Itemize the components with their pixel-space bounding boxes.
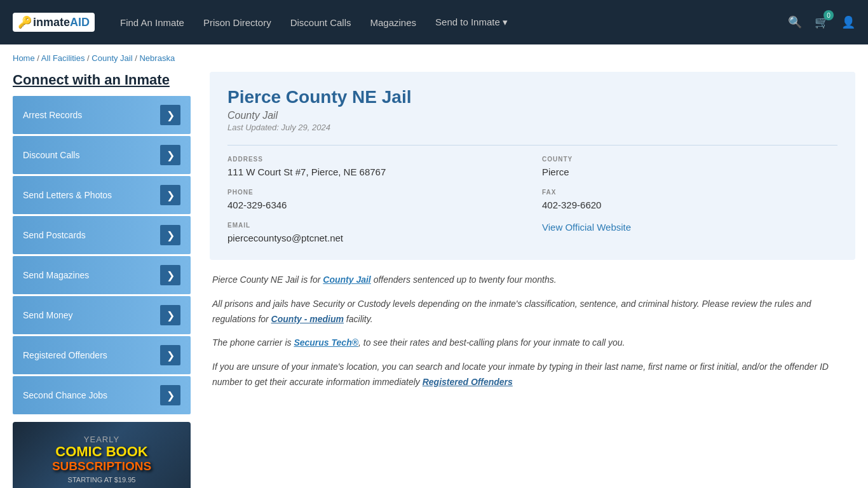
county-jail-link[interactable]: County Jail	[323, 274, 370, 285]
sidebar-item-send-money[interactable]: Send Money ❯	[13, 296, 191, 334]
ad-comic-label: COMIC BOOK	[55, 444, 147, 459]
address-block: ADDRESS 111 W Court St #7, Pierce, NE 68…	[227, 156, 523, 179]
nav-find-an-inmate[interactable]: Find An Inmate	[120, 17, 184, 28]
facility-name: Pierce County NE Jail	[227, 87, 837, 107]
cart-badge: 0	[824, 10, 834, 20]
breadcrumb: Home / All Facilities / County Jail / Ne…	[0, 44, 868, 72]
sidebar-item-send-magazines[interactable]: Send Magazines ❯	[13, 256, 191, 294]
breadcrumb-home[interactable]: Home	[13, 53, 35, 63]
phone-block: PHONE 402-329-6346	[227, 189, 523, 212]
content-area: Pierce County NE Jail County Jail Last U…	[210, 72, 855, 488]
website-link[interactable]: View Official Website	[542, 222, 631, 233]
sidebar: Connect with an Inmate Arrest Records ❯ …	[13, 72, 191, 488]
breadcrumb-nebraska[interactable]: Nebraska	[139, 53, 175, 63]
nav-discount-calls[interactable]: Discount Calls	[290, 17, 351, 28]
sidebar-item-arrest-records[interactable]: Arrest Records ❯	[13, 96, 191, 134]
desc-para1: Pierce County NE Jail is for County Jail…	[212, 273, 853, 288]
sidebar-arrow-1: ❯	[160, 145, 180, 165]
sidebar-arrow-2: ❯	[160, 185, 180, 205]
county-value: Pierce	[542, 165, 837, 179]
breadcrumb-county-jail[interactable]: County Jail	[92, 53, 132, 63]
sidebar-menu: Arrest Records ❯ Discount Calls ❯ Send L…	[13, 96, 191, 414]
sidebar-arrow-4: ❯	[160, 265, 180, 285]
user-icon[interactable]: 👤	[841, 15, 855, 29]
email-label: EMAIL	[227, 222, 523, 229]
county-label: COUNTY	[542, 156, 837, 163]
logo-icon: 🔑	[18, 15, 32, 29]
address-value: 111 W Court St #7, Pierce, NE 68767	[227, 165, 523, 179]
ad-yearly-label: YEARLY	[84, 435, 119, 444]
fax-value: 402-329-6620	[542, 198, 837, 212]
desc-para2: All prisons and jails have Security or C…	[212, 297, 853, 327]
fax-block: FAX 402-329-6620	[542, 189, 837, 212]
ad-banner[interactable]: YEARLY COMIC BOOK SUBSCRIPTIONS STARTING…	[13, 422, 191, 488]
facility-updated: Last Updated: July 29, 2024	[227, 123, 837, 132]
logo[interactable]: 🔑 inmateAID	[13, 13, 95, 32]
facility-details: ADDRESS 111 W Court St #7, Pierce, NE 68…	[227, 145, 837, 245]
county-block: COUNTY Pierce	[542, 156, 837, 179]
nav-magazines[interactable]: Magazines	[370, 17, 417, 28]
facility-card: Pierce County NE Jail County Jail Last U…	[210, 72, 855, 260]
search-icon[interactable]: 🔍	[788, 15, 802, 29]
fax-label: FAX	[542, 189, 837, 196]
sidebar-arrow-0: ❯	[160, 105, 180, 125]
sidebar-arrow-7: ❯	[160, 385, 180, 405]
cart-wrapper[interactable]: 🛒 0	[815, 15, 829, 29]
nav-prison-directory[interactable]: Prison Directory	[203, 17, 271, 28]
email-value: piercecountyso@ptcnet.net	[227, 231, 523, 245]
address-label: ADDRESS	[227, 156, 523, 163]
navbar-right: 🔍 🛒 0 👤	[788, 15, 855, 29]
registered-offenders-link[interactable]: Registered Offenders	[423, 377, 513, 387]
website-block: View Official Website	[542, 222, 837, 245]
desc-para4: If you are unsure of your inmate's locat…	[212, 360, 853, 390]
nav-send-to-inmate[interactable]: Send to Inmate ▾	[435, 17, 508, 28]
navbar: 🔑 inmateAID Find An Inmate Prison Direct…	[0, 0, 868, 44]
navbar-links: Find An Inmate Prison Directory Discount…	[120, 17, 788, 28]
securus-link[interactable]: Securus Tech®	[294, 337, 358, 348]
sidebar-item-send-postcards[interactable]: Send Postcards ❯	[13, 216, 191, 254]
desc-para3: The phone carrier is Securus Tech®, to s…	[212, 336, 853, 351]
email-block: EMAIL piercecountyso@ptcnet.net	[227, 222, 523, 245]
sidebar-arrow-5: ❯	[160, 305, 180, 325]
sidebar-arrow-3: ❯	[160, 225, 180, 245]
facility-type: County Jail	[227, 110, 837, 121]
sidebar-arrow-6: ❯	[160, 345, 180, 365]
phone-value: 402-329-6346	[227, 198, 523, 212]
ad-subscriptions-label: SUBSCRIPTIONS	[52, 459, 151, 473]
sidebar-title: Connect with an Inmate	[13, 72, 191, 88]
phone-label: PHONE	[227, 189, 523, 196]
breadcrumb-all-facilities[interactable]: All Facilities	[41, 53, 85, 63]
county-medium-link[interactable]: County - medium	[271, 314, 344, 324]
sidebar-item-discount-calls[interactable]: Discount Calls ❯	[13, 136, 191, 174]
description: Pierce County NE Jail is for County Jail…	[210, 273, 855, 390]
main-container: Connect with an Inmate Arrest Records ❯ …	[0, 72, 868, 488]
sidebar-item-send-letters[interactable]: Send Letters & Photos ❯	[13, 176, 191, 214]
sidebar-item-second-chance-jobs[interactable]: Second Chance Jobs ❯	[13, 376, 191, 414]
ad-starting-label: STARTING AT $19.95	[68, 476, 136, 484]
sidebar-item-registered-offenders[interactable]: Registered Offenders ❯	[13, 336, 191, 374]
